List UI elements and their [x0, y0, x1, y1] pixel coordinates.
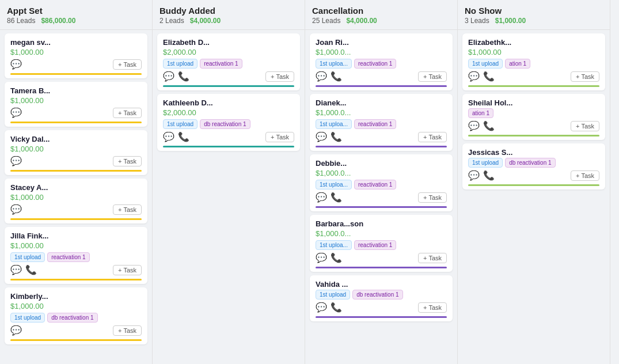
phone-icon[interactable]: 📞	[483, 170, 495, 181]
tag-reactivation[interactable]: ation 1	[505, 59, 530, 69]
tag-upload[interactable]: 1st upload	[10, 252, 45, 262]
card-name: Sheilal Hol...	[468, 98, 599, 107]
phone-icon[interactable]: 📞	[483, 120, 495, 131]
chat-icon[interactable]: 💬	[10, 156, 22, 166]
tag-upload[interactable]: 1st uploa...	[316, 180, 352, 189]
add-task-button[interactable]: + Task	[571, 71, 599, 82]
card-footer: 💬📞+ Task	[163, 71, 294, 82]
card-icons: 💬📞	[10, 264, 37, 275]
tag-reactivation[interactable]: reactivation 1	[200, 59, 242, 69]
card: Elizabethk...$1,000.001st uploadation 1💬…	[462, 33, 605, 90]
card-icons: 💬📞	[316, 131, 342, 142]
card-divider	[468, 135, 599, 136]
add-task-button[interactable]: + Task	[113, 325, 142, 336]
phone-icon[interactable]: 📞	[331, 302, 342, 313]
tag-upload[interactable]: 1st upload	[10, 313, 45, 323]
column-appt-set: Appt Set86 Leads$86,000.00megan sv...$1,…	[0, 0, 153, 364]
phone-icon[interactable]: 📞	[178, 131, 189, 142]
card-tags: 1st uploa...reactivation 1	[316, 119, 447, 129]
card-divider	[10, 339, 142, 341]
card-name: Stacey A...	[10, 183, 142, 192]
chat-icon[interactable]: 💬	[163, 131, 174, 142]
tag-reactivation[interactable]: reactivation 1	[354, 59, 396, 69]
tag-reactivation[interactable]: ation 1	[468, 108, 493, 118]
chat-icon[interactable]: 💬	[468, 170, 480, 181]
add-task-button[interactable]: + Task	[265, 71, 294, 82]
leads-count: 86 Leads	[7, 17, 35, 25]
phone-icon[interactable]: 📞	[331, 71, 342, 82]
phone-icon[interactable]: 📞	[331, 192, 342, 203]
chat-icon[interactable]: 💬	[468, 120, 480, 131]
add-task-button[interactable]: + Task	[113, 108, 142, 118]
column-title: No Show	[465, 6, 603, 16]
card: Kathleenb D...$2,000.001st uploaddb reac…	[157, 94, 300, 151]
tag-upload[interactable]: 1st uploa...	[316, 240, 352, 250]
add-task-button[interactable]: + Task	[418, 302, 447, 313]
tag-upload[interactable]: 1st uploa...	[316, 119, 352, 129]
chat-icon[interactable]: 💬	[316, 192, 327, 203]
tag-db[interactable]: db reactivation 1	[505, 158, 555, 168]
tag-upload[interactable]: 1st upload	[468, 158, 503, 168]
chat-icon[interactable]: 💬	[316, 131, 327, 142]
chat-icon[interactable]: 💬	[10, 107, 22, 118]
tag-reactivation[interactable]: reactivation 1	[354, 240, 396, 250]
add-task-button[interactable]: + Task	[418, 132, 447, 142]
tag-reactivation[interactable]: reactivation 1	[47, 252, 89, 262]
column-body-buddy-added: Elizabeth D...$2,000.001st uploadreactiv…	[153, 30, 305, 364]
card-footer: 💬📞+ Task	[316, 71, 447, 82]
card: Vicky Dal...$1,000.00💬+ Task	[5, 130, 147, 175]
tag-db[interactable]: db reactivation 1	[47, 313, 97, 323]
tag-upload[interactable]: 1st upload	[468, 59, 503, 69]
chat-icon[interactable]: 💬	[316, 302, 327, 313]
chat-icon[interactable]: 💬	[10, 264, 22, 275]
card: Elizabeth D...$2,000.001st uploadreactiv…	[157, 33, 300, 90]
card: Dianek...$1,000.0...1st uploa...reactiva…	[310, 94, 453, 151]
tag-upload[interactable]: 1st upload	[316, 290, 350, 299]
phone-icon[interactable]: 📞	[331, 131, 342, 142]
add-task-button[interactable]: + Task	[113, 265, 142, 275]
card-amount: $2,000.00	[163, 48, 294, 56]
tag-reactivation[interactable]: reactivation 1	[354, 180, 396, 189]
column-title: Cancellation	[312, 6, 450, 16]
card-icons: 💬	[10, 204, 22, 215]
phone-icon[interactable]: 📞	[483, 71, 495, 82]
tag-db[interactable]: db reactivation 1	[200, 119, 250, 129]
add-task-button[interactable]: + Task	[113, 204, 142, 215]
card: Kimberly...$1,000.001st uploaddb reactiv…	[5, 287, 147, 344]
card-footer: 💬📞+ Task	[316, 302, 447, 313]
card-tags: 1st uploadreactivation 1	[10, 252, 142, 262]
leads-count: 3 Leads	[465, 17, 489, 25]
add-task-button[interactable]: + Task	[418, 71, 447, 82]
card-footer: 💬+ Task	[10, 107, 142, 118]
tag-upload[interactable]: 1st upload	[163, 119, 198, 129]
card-name: Vicky Dal...	[10, 135, 142, 143]
chat-icon[interactable]: 💬	[316, 71, 327, 82]
phone-icon[interactable]: 📞	[331, 252, 342, 263]
add-task-button[interactable]: + Task	[265, 132, 294, 142]
tag-reactivation[interactable]: reactivation 1	[354, 119, 396, 129]
chat-icon[interactable]: 💬	[316, 252, 327, 263]
add-task-button[interactable]: + Task	[418, 192, 447, 203]
phone-icon[interactable]: 📞	[25, 264, 37, 275]
add-task-button[interactable]: + Task	[113, 156, 142, 166]
chat-icon[interactable]: 💬	[468, 71, 480, 82]
tag-upload[interactable]: 1st uploa...	[316, 59, 352, 69]
leads-amount: $4,000.00	[346, 17, 377, 25]
card-amount: $2,000.00	[163, 108, 294, 117]
card: Debbie...$1,000.0...1st uploa...reactiva…	[310, 154, 453, 211]
chat-icon[interactable]: 💬	[10, 325, 22, 336]
tag-db[interactable]: db reactivation 1	[352, 290, 402, 299]
column-header-buddy-added: Buddy Added2 Leads$4,000.00	[153, 0, 305, 30]
chat-icon[interactable]: 💬	[10, 59, 22, 70]
add-task-button[interactable]: + Task	[418, 253, 447, 263]
add-task-button[interactable]: + Task	[571, 121, 599, 131]
tag-upload[interactable]: 1st upload	[163, 59, 198, 69]
card-icons: 💬📞	[468, 120, 495, 131]
phone-icon[interactable]: 📞	[178, 71, 189, 82]
kanban-board: Appt Set86 Leads$86,000.00megan sv...$1,…	[0, 0, 619, 364]
chat-icon[interactable]: 💬	[10, 204, 22, 215]
add-task-button[interactable]: + Task	[113, 59, 142, 70]
chat-icon[interactable]: 💬	[163, 71, 174, 82]
card-name: Jilla Fink...	[10, 232, 142, 240]
add-task-button[interactable]: + Task	[571, 170, 599, 181]
